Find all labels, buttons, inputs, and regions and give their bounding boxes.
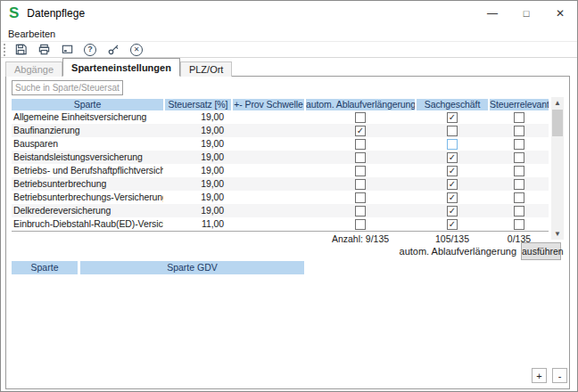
steuerrelevant-checkbox-cell bbox=[490, 217, 549, 231]
steuersatz-cell: 19,00 bbox=[165, 151, 231, 164]
sachgeschaeft-checkbox-cell: ✓ bbox=[417, 164, 488, 177]
autom-ablauf-checkbox-cell: ✓ bbox=[306, 124, 415, 137]
steuerrelevant-checkbox[interactable] bbox=[514, 206, 524, 216]
ausfuehren-button[interactable]: ausführen bbox=[521, 242, 561, 260]
steuerrelevant-checkbox-cell bbox=[490, 137, 549, 151]
table-row[interactable]: Delkredereversicherung19,00✓ bbox=[12, 204, 549, 217]
dialog-icon[interactable] bbox=[60, 43, 74, 57]
autom-ablauf-checkbox-cell bbox=[306, 204, 415, 217]
scroll-up-icon[interactable]: ▲ bbox=[551, 97, 564, 109]
table-row[interactable]: Allgemeine Einheitsversicherung19,00✓ bbox=[12, 110, 549, 124]
sparte-cell: Beistandsleistungsversicherung bbox=[12, 151, 163, 164]
toolbar-grip[interactable] bbox=[4, 44, 5, 56]
steuersatz-cell: 19,00 bbox=[165, 191, 231, 204]
sparte-cell: Allgemeine Einheitsversicherung bbox=[12, 110, 163, 124]
tab-plz-ort[interactable]: PLZ/Ort bbox=[180, 61, 233, 77]
sachgeschaeft-checkbox[interactable]: ✓ bbox=[447, 112, 458, 123]
sachgeschaeft-checkbox[interactable]: ✓ bbox=[447, 192, 458, 203]
autom-ablauf-checkbox[interactable] bbox=[355, 206, 366, 216]
summary-sachgeschaeft: 105/135 bbox=[417, 233, 488, 245]
tab-sparteneinstellungen[interactable]: Sparteneinstellungen bbox=[62, 58, 180, 77]
prov-schwelle-cell bbox=[233, 137, 304, 151]
column-header-prov-schwelle[interactable]: +- Prov Schwelle bbox=[233, 99, 304, 110]
table-row[interactable]: Einbruch-Diebstahl-Raub(ED)-Versicherung… bbox=[12, 217, 549, 231]
steuerrelevant-checkbox[interactable] bbox=[514, 126, 524, 136]
sachgeschaeft-checkbox-cell: ✓ bbox=[417, 110, 488, 124]
app-window: S Datenpflege — □ ✕ Bearbeiten bbox=[0, 0, 578, 392]
autom-ablauf-checkbox[interactable] bbox=[355, 139, 366, 150]
tab-abgaenge[interactable]: Abgänge bbox=[5, 61, 62, 77]
autom-ablauf-checkbox[interactable] bbox=[355, 166, 366, 176]
steuerrelevant-checkbox-cell bbox=[490, 164, 549, 177]
window-title: Datenpflege bbox=[27, 7, 85, 20]
autom-ablauf-checkbox[interactable]: ✓ bbox=[355, 126, 366, 136]
autom-ablauf-checkbox[interactable] bbox=[355, 152, 366, 163]
sachgeschaeft-checkbox[interactable]: ✓ bbox=[447, 166, 458, 176]
sachgeschaeft-checkbox-cell: ✓ bbox=[417, 151, 488, 164]
save-icon[interactable] bbox=[13, 43, 28, 57]
sachgeschaeft-checkbox-cell bbox=[417, 137, 488, 151]
gdv-column-sparte[interactable]: Sparte bbox=[12, 261, 78, 274]
steuerrelevant-checkbox[interactable] bbox=[514, 112, 524, 123]
autom-ablauf-checkbox[interactable] bbox=[355, 179, 366, 190]
steuersatz-cell: 19,00 bbox=[165, 204, 231, 217]
table-row[interactable]: Beistandsleistungsversicherung19,00✓ bbox=[12, 151, 549, 164]
sachgeschaeft-checkbox[interactable]: ✓ bbox=[447, 152, 458, 163]
steuerrelevant-checkbox[interactable] bbox=[514, 152, 524, 163]
autom-ablauf-checkbox-cell bbox=[306, 217, 415, 231]
table-row[interactable]: Baufinanzierung19,00✓ bbox=[12, 124, 549, 137]
prov-schwelle-cell bbox=[233, 151, 304, 164]
column-header-steuersatz[interactable]: Steuersatz [%] bbox=[165, 99, 231, 110]
maximize-button[interactable]: □ bbox=[509, 1, 543, 26]
gdv-column-sparte-gdv[interactable]: Sparte GDV bbox=[80, 261, 304, 274]
sparte-cell: Betriebsunterbrechungs-Versicherung bbox=[12, 191, 163, 204]
sparte-cell: Delkredereversicherung bbox=[12, 204, 163, 217]
menu-item-bearbeiten[interactable]: Bearbeiten bbox=[1, 29, 62, 39]
steuersatz-cell: 11,00 bbox=[165, 217, 231, 231]
key-icon[interactable] bbox=[106, 43, 120, 57]
remove-row-button[interactable]: - bbox=[552, 368, 567, 383]
print-icon[interactable] bbox=[37, 43, 51, 57]
app-logo-icon: S bbox=[9, 6, 19, 20]
table-row[interactable]: Betriebsunterbrechungs-Versicherung19,00… bbox=[12, 191, 549, 204]
steuerrelevant-checkbox[interactable] bbox=[514, 139, 524, 150]
column-header-sparte[interactable]: Sparte bbox=[12, 99, 163, 110]
table-bottom-border bbox=[12, 231, 549, 232]
steuerrelevant-checkbox[interactable] bbox=[514, 192, 524, 203]
autom-ablauf-checkbox-cell bbox=[306, 177, 415, 191]
table-row[interactable]: Betriebs- und Berufshaftpflichtversicher… bbox=[12, 164, 549, 177]
close-button[interactable]: ✕ bbox=[543, 1, 577, 26]
steuersatz-cell: 19,00 bbox=[165, 110, 231, 124]
sachgeschaeft-checkbox[interactable] bbox=[447, 139, 458, 150]
sparte-cell: Betriebs- und Berufshaftpflichtversicher… bbox=[12, 164, 163, 177]
autom-ablauf-checkbox[interactable] bbox=[355, 219, 366, 230]
sachgeschaeft-checkbox[interactable]: ✓ bbox=[447, 206, 458, 216]
sachgeschaeft-checkbox[interactable] bbox=[447, 126, 458, 136]
steuerrelevant-checkbox-cell bbox=[490, 151, 549, 164]
menu-bar: Bearbeiten bbox=[1, 26, 577, 41]
autom-ablauf-checkbox-cell bbox=[306, 191, 415, 204]
sachgeschaeft-checkbox[interactable]: ✓ bbox=[447, 219, 458, 230]
search-input[interactable] bbox=[12, 80, 123, 95]
steuerrelevant-checkbox-cell bbox=[490, 124, 549, 137]
steuerrelevant-checkbox[interactable] bbox=[514, 179, 524, 190]
add-row-button[interactable]: + bbox=[532, 368, 547, 383]
vertical-scrollbar[interactable]: ▲ ▼ bbox=[551, 97, 564, 240]
column-header-sachgeschaeft[interactable]: Sachgeschäft bbox=[417, 99, 488, 110]
table-row[interactable]: Betriebsunterbrechung19,00✓ bbox=[12, 177, 549, 191]
scrollbar-thumb[interactable] bbox=[552, 110, 563, 136]
steuerrelevant-checkbox[interactable] bbox=[514, 219, 524, 230]
autom-ablauf-checkbox[interactable] bbox=[355, 112, 366, 123]
scroll-down-icon[interactable]: ▼ bbox=[551, 228, 564, 240]
close-circle-icon[interactable]: ✕ bbox=[129, 43, 144, 57]
minimize-button[interactable]: — bbox=[475, 1, 509, 26]
table-row[interactable]: Bausparen19,00 bbox=[12, 137, 549, 151]
column-header-autom-ablauf[interactable]: autom. Ablaufverlängerung bbox=[306, 99, 415, 110]
help-icon[interactable]: ? bbox=[83, 43, 97, 57]
column-header-steuerrelevant[interactable]: Steuerrelevant bbox=[490, 99, 549, 110]
sparte-cell: Einbruch-Diebstahl-Raub(ED)-Versicherung bbox=[12, 217, 163, 231]
sparte-cell: Betriebsunterbrechung bbox=[12, 177, 163, 191]
sachgeschaeft-checkbox[interactable]: ✓ bbox=[447, 179, 458, 190]
autom-ablauf-checkbox[interactable] bbox=[355, 192, 366, 203]
steuerrelevant-checkbox[interactable] bbox=[514, 166, 524, 176]
